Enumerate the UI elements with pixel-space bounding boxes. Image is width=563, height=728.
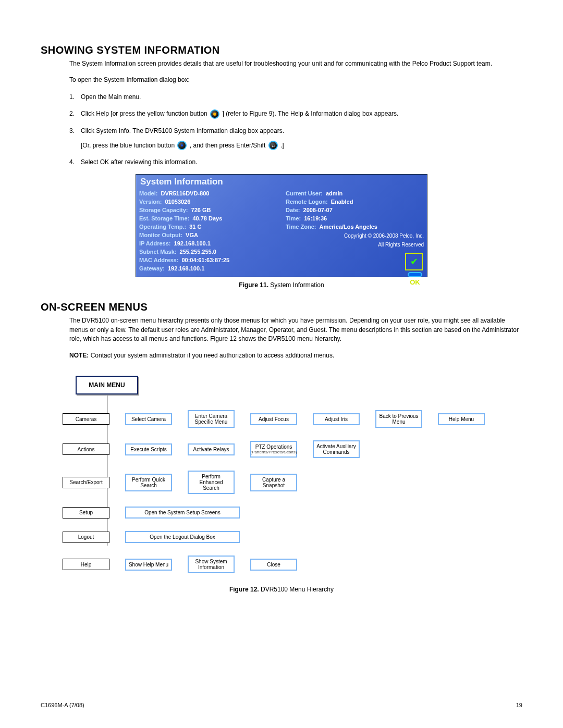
- monitor-value: VGA: [186, 232, 198, 238]
- gateway-value: 192.168.100.1: [168, 265, 204, 272]
- ptz-operations-box: PTZ Operations (Patterns/Presets/Scans): [250, 441, 297, 458]
- sysinfo-title: System Information: [139, 175, 424, 190]
- enter-shift-button-icon: [268, 141, 278, 150]
- date-label: Date:: [286, 207, 300, 213]
- actions-box: Actions: [63, 443, 109, 455]
- close-box: Close: [250, 559, 297, 571]
- step2b: ] (refer to Figure 9). The Help & Inform…: [222, 110, 398, 117]
- gateway-label: Gateway:: [139, 265, 165, 272]
- yellow-function-button-icon: [210, 109, 219, 119]
- enhanced-search-box: Perform Enhanced Search: [188, 471, 235, 494]
- subnet-value: 255.255.255.0: [180, 249, 216, 255]
- help-box: Help: [63, 559, 109, 570]
- model-label: Model:: [139, 190, 157, 196]
- capture-snapshot-box: Capture a Snapshot: [250, 474, 297, 491]
- ok-button-region: ✔ OK: [405, 253, 425, 286]
- back-to-previous-box: Back to Previous Menu: [375, 410, 422, 428]
- temp-label: Operating Temp.:: [139, 224, 186, 230]
- open-logout-dialog-box: Open the Logout Dialog Box: [125, 531, 240, 543]
- step3-sub-c: .]: [280, 142, 284, 149]
- blue-function-button-icon: [177, 141, 187, 150]
- step-num: 3.: [69, 126, 81, 135]
- ok-check-icon[interactable]: ✔: [405, 253, 423, 270]
- figure12-caption: Figure 12. DVR5100 Menu Hierarchy: [41, 586, 522, 593]
- date-value: 2008-07-07: [303, 207, 333, 213]
- logout-box: Logout: [63, 532, 109, 543]
- section2-para: The DVR5100 on-screen menu hierarchy pre…: [69, 316, 522, 343]
- copyright-line2: All Rights Reserved: [286, 242, 424, 248]
- menu-hierarchy-diagram: MAIN MENU Cameras Select Camera Enter Ca…: [63, 376, 500, 573]
- main-menu-box: MAIN MENU: [76, 376, 138, 394]
- sysinfo-right-col: Current User:admin Remote Logon:Enabled …: [286, 190, 424, 274]
- adjust-iris-box: Adjust Iris: [313, 413, 360, 425]
- footer-right: 19: [516, 702, 522, 708]
- page-footer: C1696M-A (7/08) 19: [41, 702, 522, 708]
- timezone-label: Time Zone:: [286, 224, 316, 230]
- ip-label: IP Address:: [139, 240, 171, 246]
- cameras-box: Cameras: [63, 413, 109, 425]
- footer-left: C1696M-A (7/08): [41, 702, 84, 708]
- mac-value: 00:04:61:63:87:25: [181, 257, 229, 263]
- ptz-label: PTZ Operations: [255, 444, 292, 450]
- ptz-sub: (Patterns/Presets/Scans): [251, 450, 297, 454]
- steps-list: 1. Open the Main menu. 2. Click Help [or…: [69, 92, 522, 167]
- section2-note: NOTE: Contact your system administrator …: [69, 351, 522, 360]
- monitor-label: Monitor Output:: [139, 232, 182, 238]
- adjust-focus-box: Adjust Focus: [250, 413, 297, 425]
- step3-text: Click System Info. The DVR5100 System In…: [81, 126, 522, 151]
- step3-sub-b: , and then press Enter/Shift: [190, 142, 265, 149]
- ok-label[interactable]: OK: [405, 278, 425, 286]
- sysinfo-screenshot: System Information Model:DVR5116DVD-800 …: [136, 174, 427, 277]
- fig11-text: System Information: [268, 281, 324, 289]
- fig12-bold: Figure 12.: [229, 586, 259, 593]
- step2-text: Click Help [or press the yellow function…: [81, 109, 522, 119]
- activate-relays-box: Activate Relays: [188, 443, 235, 455]
- current-user-label: Current User:: [286, 190, 323, 196]
- capacity-label: Storage Capacity:: [139, 207, 188, 213]
- show-help-menu-box: Show Help Menu: [125, 559, 172, 571]
- remote-logon-value: Enabled: [331, 199, 353, 205]
- est-storage-label: Est. Storage Time:: [139, 215, 189, 221]
- note-bold: NOTE:: [69, 352, 89, 359]
- mac-label: MAC Address:: [139, 257, 178, 263]
- help-menu-box: Help Menu: [438, 413, 485, 425]
- fig12-text: DVR5100 Menu Hierarchy: [259, 586, 334, 593]
- current-user-value: admin: [326, 190, 342, 196]
- step-num: 2.: [69, 109, 81, 118]
- version-label: Version:: [139, 199, 162, 205]
- execute-scripts-box: Execute Scripts: [125, 443, 172, 455]
- ip-value: 192.168.100.1: [174, 240, 211, 246]
- search-export-box: Search/Export: [63, 477, 109, 488]
- remote-logon-label: Remote Logon:: [286, 199, 328, 205]
- setup-box: Setup: [63, 507, 109, 519]
- section2-heading: ON-SCREEN MENUS: [41, 301, 522, 313]
- model-value: DVR5116DVD-800: [161, 190, 209, 196]
- open-setup-screens-box: Open the System Setup Screens: [125, 507, 240, 519]
- step3-main: Click System Info. The DVR5100 System In…: [81, 127, 284, 134]
- section1-heading: SHOWING SYSTEM INFORMATION: [41, 44, 522, 56]
- activate-aux-box: Activate Auxiliary Commands: [313, 440, 360, 458]
- capacity-value: 726 GB: [191, 207, 211, 213]
- timezone-value: America/Los Angeles: [319, 224, 377, 230]
- enter-camera-menu-box: Enter Camera Specific Menu: [188, 410, 235, 428]
- time-value: 16:19:36: [304, 215, 327, 221]
- step-num: 4.: [69, 157, 81, 167]
- note-text: Contact your system administrator if you…: [89, 352, 334, 359]
- step-num: 1.: [69, 92, 81, 102]
- step4-text: Select OK after reviewing this informati…: [81, 157, 522, 167]
- sysinfo-left-col: Model:DVR5116DVD-800 Version:01053026 St…: [139, 190, 277, 274]
- show-system-info-box: Show System Information: [188, 556, 235, 573]
- figure11-caption: Figure 11. System Information: [41, 281, 522, 289]
- est-storage-value: 40.78 Days: [192, 215, 222, 221]
- copyright-line1: Copyright © 2006-2008 Pelco, Inc.: [286, 233, 424, 239]
- quick-search-box: Perform Quick Search: [125, 474, 172, 491]
- section1-intro: The System Information screen provides d…: [69, 59, 522, 68]
- section1-openline: To open the System Information dialog bo…: [69, 76, 522, 84]
- ok-dot-icon: [408, 272, 422, 277]
- select-camera-box: Select Camera: [125, 413, 172, 425]
- step1-text: Open the Main menu.: [81, 92, 522, 102]
- version-value: 01053026: [165, 199, 190, 205]
- subnet-label: Subnet Mask:: [139, 249, 177, 255]
- temp-value: 31 C: [189, 224, 201, 230]
- fig11-bold: Figure 11.: [239, 281, 268, 289]
